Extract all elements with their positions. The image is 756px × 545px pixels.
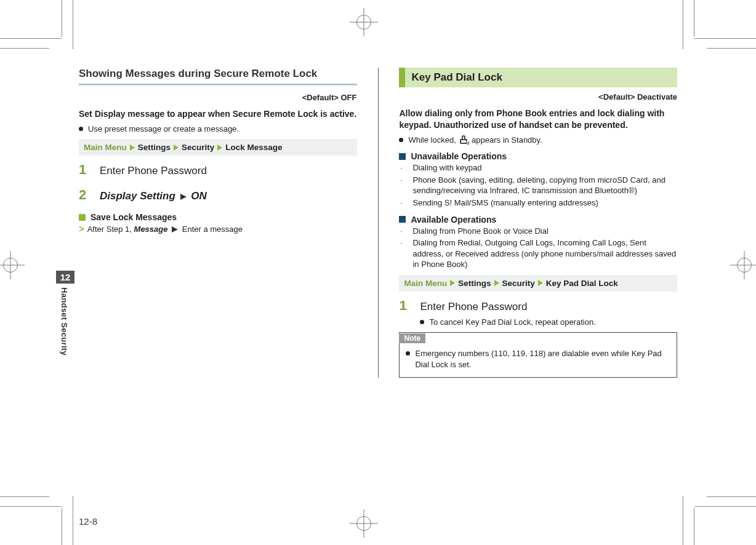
right-default-tag: <Default> Deactivate — [399, 92, 677, 101]
crop-mark — [694, 38, 756, 39]
list-item: Dialing with keypad — [400, 162, 677, 173]
bc-arrow-icon — [130, 145, 135, 151]
crop-mark — [73, 0, 73, 49]
right-step-1: 1 Enter Phone Password — [399, 298, 677, 314]
note-box: Note Emergency numbers (110, 119, 118) a… — [399, 332, 677, 378]
bc-main-menu: Main Menu — [404, 279, 447, 288]
chapter-thumb-tab: 12 Handset Security — [56, 271, 74, 356]
registration-mark — [0, 251, 25, 279]
step-text: Display Setting ON — [100, 189, 207, 204]
right-step-1-sub: To cancel Key Pad Dial Lock, repeat oper… — [420, 317, 677, 328]
crop-mark — [683, 496, 683, 545]
square-bullet-icon — [79, 214, 86, 221]
step-number: 1 — [399, 298, 410, 314]
crop-mark — [683, 0, 683, 49]
title-underline — [79, 84, 357, 87]
arrow-right-icon — [172, 226, 178, 233]
crop-mark — [0, 496, 49, 497]
chapter-number: 12 — [56, 271, 74, 284]
registration-mark — [350, 509, 378, 538]
crop-mark — [694, 508, 694, 545]
bc-arrow-icon — [217, 145, 222, 151]
available-ops-header: Available Operations — [399, 215, 677, 225]
step-text: Enter Phone Password — [100, 164, 207, 178]
crop-mark — [694, 0, 694, 37]
left-subsection-body: > After Step 1, Message Enter a message — [79, 223, 357, 234]
crop-mark — [62, 508, 62, 545]
right-band-title: Key Pad Dial Lock — [399, 68, 677, 87]
left-intro: Set Display message to appear when Secur… — [79, 108, 357, 120]
square-bullet-icon — [399, 153, 406, 160]
chevron-icon: > — [79, 223, 84, 234]
registration-mark — [730, 251, 756, 279]
bc-keypad-dial-lock: Key Pad Dial Lock — [546, 279, 618, 288]
unavailable-ops-header: Unavailable Operations — [399, 151, 677, 161]
bc-arrow-icon — [174, 145, 179, 151]
bc-arrow-icon — [450, 280, 455, 286]
arrow-right-icon — [180, 194, 187, 200]
list-item: Sending S! Mail/SMS (manually entering a… — [400, 197, 677, 209]
chapter-label: Handset Security — [56, 284, 69, 356]
bc-settings: Settings — [138, 143, 171, 152]
step-number: 1 — [79, 162, 90, 178]
square-bullet-icon — [399, 216, 406, 223]
crop-mark — [0, 506, 62, 507]
crop-mark — [707, 48, 756, 49]
step-text: Enter Phone Password — [420, 300, 527, 314]
crop-mark — [73, 496, 73, 545]
left-breadcrumb: Main Menu Settings Security Lock Message — [79, 139, 357, 156]
right-breadcrumb: Main Menu Settings Security Key Pad Dial… — [399, 275, 677, 292]
right-intro: Allow dialing only from Phone Book entri… — [399, 108, 677, 131]
left-subsection-header: Save Lock Messages — [79, 212, 357, 222]
left-default-tag: <Default> OFF — [79, 93, 357, 102]
list-item: Phone Book (saving, editing, deleting, c… — [400, 175, 677, 196]
bc-lock-message: Lock Message — [225, 143, 282, 152]
crop-mark — [0, 48, 49, 49]
bc-arrow-icon — [494, 280, 499, 286]
bc-settings: Settings — [458, 279, 491, 288]
crop-mark — [694, 506, 756, 507]
crop-mark — [0, 38, 62, 39]
page-number: 12-8 — [79, 516, 97, 527]
list-item: Dialing from Redial, Outgoing Call Logs,… — [400, 237, 677, 270]
crop-mark — [62, 0, 62, 37]
right-bullet-locked-icon: While locked, d appears in Standby. — [399, 135, 677, 146]
bc-security: Security — [182, 143, 214, 152]
list-item: Dialing from Phone Book or Voice Dial — [400, 226, 677, 237]
registration-mark — [350, 8, 378, 36]
note-bullet: Emergency numbers (110, 119, 118) are di… — [406, 348, 670, 370]
column-separator — [378, 68, 379, 378]
note-label: Note — [399, 333, 425, 343]
bc-security: Security — [502, 279, 535, 288]
left-section-title: Showing Messages during Secure Remote Lo… — [79, 68, 357, 80]
left-column: Showing Messages during Secure Remote Lo… — [79, 68, 357, 378]
bc-arrow-icon — [538, 280, 543, 286]
left-bullet: Use preset message or create a message. — [79, 124, 357, 135]
bc-main-menu: Main Menu — [84, 143, 127, 152]
left-step-1: 1 Enter Phone Password — [79, 162, 357, 178]
right-column: Key Pad Dial Lock <Default> Deactivate A… — [399, 68, 677, 378]
step-number: 2 — [79, 187, 90, 203]
left-step-2: 2 Display Setting ON — [79, 187, 357, 204]
crop-mark — [707, 496, 756, 497]
lock-icon: d — [459, 135, 468, 144]
